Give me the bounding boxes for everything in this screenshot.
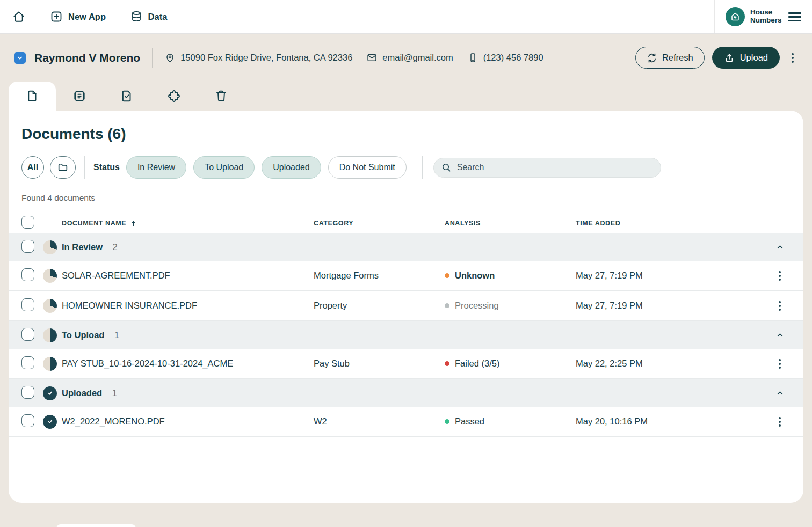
client-email: email@gmail.com: [366, 52, 453, 63]
column-document-name[interactable]: DOCUMENT NAME: [62, 219, 314, 228]
header-kebab-menu[interactable]: [787, 51, 798, 65]
row-kebab-menu[interactable]: [774, 299, 785, 313]
documents-table: DOCUMENT NAME CATEGORY ANALYSIS TIME ADD…: [9, 214, 803, 437]
search-box: [433, 158, 661, 178]
top-nav: New App Data House Numbers: [0, 0, 812, 34]
collapse-chevron-icon[interactable]: [769, 243, 791, 252]
document-row[interactable]: SOLAR-AGREEMENT.PDF Mortgage Forms Unkno…: [9, 261, 803, 291]
group-checkbox[interactable]: [21, 240, 34, 253]
status-check-circle-icon: [43, 386, 57, 400]
collapse-chevron-icon[interactable]: [769, 389, 791, 398]
status-check-circle-icon: [43, 415, 57, 429]
filter-chip-uploaded[interactable]: Uploaded: [262, 156, 321, 179]
status-dot: [445, 361, 450, 366]
row-checkbox[interactable]: [21, 298, 34, 311]
group-checkbox[interactable]: [21, 386, 34, 399]
status-dot: [445, 419, 450, 424]
puzzle-icon: [167, 89, 181, 103]
newspaper-icon: [73, 89, 86, 103]
status-pie-quarter-icon: [43, 299, 57, 313]
filter-divider: [84, 156, 85, 179]
document-category: Mortgage Forms: [314, 270, 445, 281]
row-kebab-menu[interactable]: [774, 269, 785, 283]
group-label: In Review: [62, 242, 103, 252]
trash-icon: [214, 89, 228, 103]
client-header: Raymond V Moreno 15090 Fox Ridge Drive, …: [0, 34, 812, 82]
upload-icon: [724, 53, 735, 63]
document-name: HOMEOWNER INSURANCE.PDF: [62, 301, 314, 311]
header-divider: [152, 48, 153, 68]
document-category: Pay Stub: [314, 358, 445, 369]
group-row-to-upload[interactable]: To Upload 1: [9, 321, 803, 349]
tab-documents[interactable]: [9, 82, 56, 111]
row-kebab-menu[interactable]: [774, 357, 785, 371]
client-address: 15090 Fox Ridge Drive, Fontana, CA 92336: [164, 52, 352, 63]
envelope-icon: [366, 52, 378, 63]
collapse-chevron-icon[interactable]: [769, 331, 791, 340]
filter-folder-button[interactable]: [50, 156, 76, 179]
document-row[interactable]: HOMEOWNER INSURANCE.PDF Property Process…: [9, 291, 803, 321]
tab-tasks[interactable]: [103, 82, 150, 111]
data-button[interactable]: Data: [118, 0, 179, 33]
filter-chip-do-not-submit[interactable]: Do Not Submit: [328, 156, 407, 179]
filter-all-button[interactable]: All: [21, 156, 44, 179]
document-name: PAY STUB_10-16-2024-10-31-2024_ACME: [62, 358, 314, 369]
search-input[interactable]: [457, 163, 654, 172]
data-label: Data: [148, 12, 168, 22]
page-title: Documents (6): [21, 126, 791, 143]
new-app-label: New App: [68, 12, 106, 22]
document-row[interactable]: W2_2022_MORENO.PDF W2 Passed May 20, 10:…: [9, 407, 803, 437]
column-category[interactable]: CATEGORY: [314, 219, 445, 227]
tab-integrations[interactable]: [150, 82, 198, 111]
document-category: Property: [314, 301, 445, 311]
new-app-button[interactable]: New App: [38, 0, 118, 33]
group-checkbox[interactable]: [21, 328, 34, 341]
status-dot: [445, 273, 450, 278]
analysis-value: Failed (3/5): [455, 358, 499, 369]
refresh-label: Refresh: [662, 53, 693, 63]
status-pie-half-icon: [43, 328, 57, 342]
documents-card: Documents (6) All Status In Review To Up…: [9, 111, 803, 503]
document-check-icon: [120, 89, 134, 103]
document-row[interactable]: PAY STUB_10-16-2024-10-31-2024_ACME Pay …: [9, 349, 803, 379]
row-kebab-menu[interactable]: [774, 415, 785, 429]
time-added: May 27, 7:19 PM: [576, 301, 769, 311]
select-all-checkbox[interactable]: [21, 216, 34, 229]
status-pie-half-icon: [43, 357, 57, 371]
group-label: Uploaded: [62, 388, 102, 398]
analysis-value: Unknown: [455, 270, 495, 281]
column-analysis[interactable]: ANALYSIS: [445, 219, 576, 227]
group-label: To Upload: [62, 330, 104, 340]
status-label: Status: [93, 163, 120, 172]
time-added: May 20, 10:16 PM: [576, 416, 769, 427]
group-row-uploaded[interactable]: Uploaded 1: [9, 379, 803, 407]
filter-chip-to-upload[interactable]: To Upload: [193, 156, 255, 179]
results-count: Found 4 documents: [21, 193, 791, 203]
status-pie-quarter-icon: [43, 269, 57, 283]
status-dot: [445, 303, 450, 308]
filter-divider: [422, 156, 423, 179]
tab-trash[interactable]: [198, 82, 245, 111]
row-checkbox[interactable]: [21, 414, 34, 427]
client-inbox-icon: [14, 52, 26, 64]
document-name: W2_2022_MORENO.PDF: [62, 416, 314, 427]
column-time-added[interactable]: TIME ADDED: [576, 219, 769, 227]
upload-button[interactable]: Upload: [712, 47, 780, 69]
group-count: 1: [112, 388, 117, 398]
analysis-cell: Unknown: [445, 270, 576, 281]
location-pin-icon: [164, 52, 176, 63]
house-numbers-logo: [726, 7, 745, 26]
tab-forms[interactable]: [56, 82, 103, 111]
upload-label: Upload: [740, 53, 768, 63]
row-checkbox[interactable]: [21, 356, 34, 369]
home-button[interactable]: [0, 0, 38, 33]
plus-square-icon: [50, 10, 63, 23]
row-checkbox[interactable]: [21, 268, 34, 281]
bottom-panel-edge: [56, 524, 136, 527]
menu-icon[interactable]: [788, 12, 801, 21]
group-row-in-review[interactable]: In Review 2: [9, 233, 803, 261]
filter-chip-in-review[interactable]: In Review: [126, 156, 186, 179]
analysis-cell: Processing: [445, 301, 576, 311]
brand-name: House Numbers: [750, 9, 782, 25]
refresh-button[interactable]: Refresh: [635, 47, 705, 69]
